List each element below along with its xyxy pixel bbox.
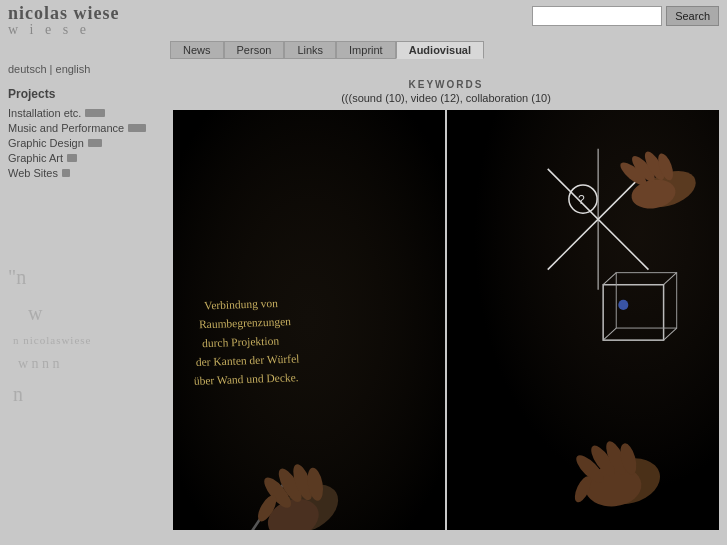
sidebar-bar-graphic-design xyxy=(88,139,102,147)
sidebar-item-web-sites[interactable]: Web Sites xyxy=(8,167,157,179)
logo-subtext: w i e s e xyxy=(8,22,120,37)
sidebar-item-graphic-art[interactable]: Graphic Art xyxy=(8,152,157,164)
sidebar-item-graphic-design[interactable]: Graphic Design xyxy=(8,137,157,149)
sidebar-item-label: Graphic Design xyxy=(8,137,84,149)
lang-deutsch[interactable]: deutsch xyxy=(8,63,47,75)
main-layout: Projects Installation etc. Music and Per… xyxy=(0,75,727,534)
image-grid: Verbindung von Raumbegrenzungen durch Pr… xyxy=(173,110,719,530)
nav-bar: News Person Links Imprint Audiovisual xyxy=(170,41,727,59)
sidebar: Projects Installation etc. Music and Per… xyxy=(0,75,165,534)
right-image-panel[interactable]: ? xyxy=(447,110,719,530)
sidebar-item-label: Music and Performance xyxy=(8,122,124,134)
content-area: KEYWORDS (((sound (10), video (12), coll… xyxy=(165,75,727,534)
left-image-panel[interactable]: Verbindung von Raumbegrenzungen durch Pr… xyxy=(173,110,445,530)
sidebar-bar-web-sites xyxy=(62,169,70,177)
search-area: Search xyxy=(532,6,719,26)
tab-person[interactable]: Person xyxy=(224,41,285,59)
lang-english[interactable]: english xyxy=(56,63,91,75)
tab-audiovisual[interactable]: Audiovisual xyxy=(396,41,484,59)
sidebar-bar-graphic-art xyxy=(67,154,77,162)
tab-news[interactable]: News xyxy=(170,41,224,59)
header: nicolas wiese w i e s e Search xyxy=(0,0,727,37)
sidebar-projects-label: Projects xyxy=(8,87,157,101)
keywords-label: KEYWORDS xyxy=(173,79,719,90)
lang-switcher: deutsch | english xyxy=(8,63,727,75)
search-input[interactable] xyxy=(532,6,662,26)
sidebar-item-label: Web Sites xyxy=(8,167,58,179)
tab-imprint[interactable]: Imprint xyxy=(336,41,396,59)
sidebar-bar-installation xyxy=(85,109,105,117)
svg-point-29 xyxy=(618,300,628,310)
sidebar-bar-music xyxy=(128,124,146,132)
sidebar-item-music[interactable]: Music and Performance xyxy=(8,122,157,134)
tab-links[interactable]: Links xyxy=(284,41,336,59)
keywords-value: (((sound (10), video (12), collaboration… xyxy=(173,92,719,104)
logo-area: nicolas wiese w i e s e xyxy=(8,4,120,37)
sidebar-item-label: Installation etc. xyxy=(8,107,81,119)
sidebar-watermark: "n w n nicolaswiese w n n n n xyxy=(8,259,157,412)
sidebar-item-installation[interactable]: Installation etc. xyxy=(8,107,157,119)
search-button[interactable]: Search xyxy=(666,6,719,26)
sidebar-item-label: Graphic Art xyxy=(8,152,63,164)
